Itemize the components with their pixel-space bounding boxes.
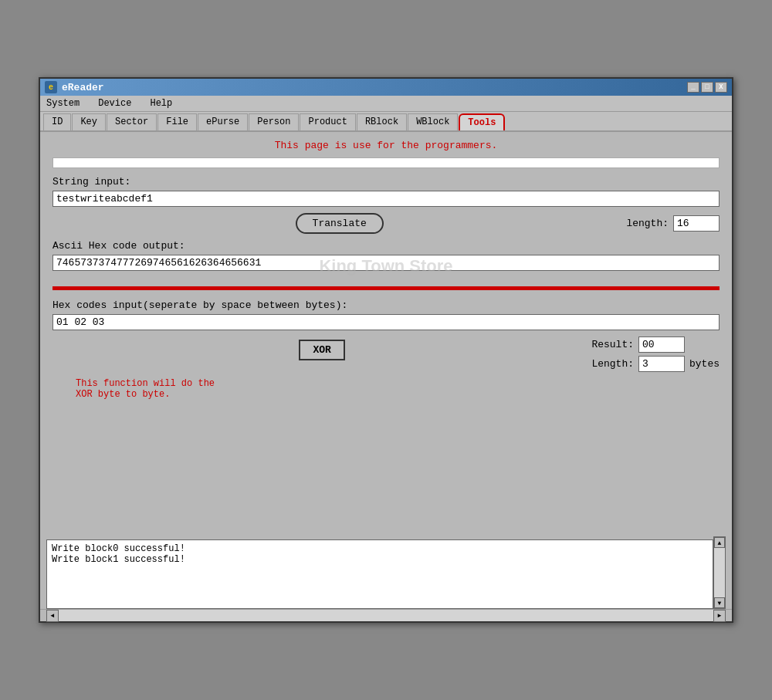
string-input-label: String input: bbox=[52, 176, 720, 188]
tab-epurse[interactable]: ePurse bbox=[198, 113, 248, 130]
title-bar-left: e eReader bbox=[45, 81, 104, 93]
length2-input[interactable] bbox=[638, 356, 685, 372]
tab-bar: ID Key Sector File ePurse Person Product… bbox=[40, 112, 732, 132]
red-divider bbox=[52, 286, 720, 290]
main-window: e eReader _ □ X System Device Help ID Ke… bbox=[39, 77, 733, 623]
log-line-0: Write block0 successful! bbox=[52, 543, 708, 554]
scroll-right-button[interactable]: ► bbox=[713, 610, 726, 622]
title-buttons: _ □ X bbox=[687, 82, 727, 93]
hex-input[interactable] bbox=[52, 314, 720, 330]
menu-device[interactable]: Device bbox=[95, 97, 134, 110]
result-row: Result: bbox=[591, 336, 720, 353]
translate-button[interactable]: Translate bbox=[296, 213, 384, 234]
result-input[interactable] bbox=[638, 336, 685, 353]
tab-person[interactable]: Person bbox=[249, 113, 299, 130]
tab-wblock[interactable]: WBlock bbox=[408, 113, 458, 130]
log-section: Write block0 successful! Write block1 su… bbox=[40, 533, 732, 609]
tab-sector[interactable]: Sector bbox=[107, 113, 157, 130]
ascii-output-label: Ascii Hex code output: bbox=[52, 240, 720, 252]
minimize-button[interactable]: _ bbox=[687, 82, 699, 93]
tab-rblock[interactable]: RBlock bbox=[357, 113, 407, 130]
xor-note: This function will do the XOR byte to by… bbox=[76, 378, 720, 400]
xor-note-line1: This function will do the bbox=[76, 378, 720, 389]
scroll-track-v bbox=[714, 548, 725, 597]
log-area[interactable]: Write block0 successful! Write block1 su… bbox=[46, 539, 713, 609]
window-title: eReader bbox=[62, 82, 104, 93]
xor-results: Result: Length: bytes bbox=[591, 336, 720, 372]
menu-system[interactable]: System bbox=[43, 97, 83, 110]
tab-key[interactable]: Key bbox=[72, 113, 106, 130]
hex-input-label: Hex codes input(seperate by space betwee… bbox=[52, 299, 720, 311]
log-wrapper: Write block0 successful! Write block1 su… bbox=[46, 536, 726, 609]
length-section: length: bbox=[626, 215, 720, 232]
xor-note-line2: XOR byte to byte. bbox=[76, 389, 720, 400]
length-label: length: bbox=[626, 218, 669, 229]
maximize-button[interactable]: □ bbox=[701, 82, 713, 93]
string-input[interactable] bbox=[52, 191, 720, 207]
tab-product[interactable]: Product bbox=[300, 113, 355, 130]
xor-button[interactable]: XOR bbox=[299, 340, 344, 360]
length2-row: Length: bytes bbox=[591, 356, 720, 372]
menu-bar: System Device Help bbox=[40, 96, 732, 112]
tab-tools[interactable]: Tools bbox=[459, 113, 505, 130]
info-text: This page is use for the programmers. bbox=[52, 140, 720, 151]
info-box bbox=[52, 157, 720, 168]
scroll-track-h bbox=[59, 610, 713, 621]
menu-help[interactable]: Help bbox=[147, 97, 175, 110]
scroll-left-button[interactable]: ◄ bbox=[46, 610, 59, 622]
scroll-down-button[interactable]: ▼ bbox=[714, 597, 725, 608]
bytes-label: bytes bbox=[689, 358, 720, 370]
log-scrollbar-vertical[interactable]: ▲ ▼ bbox=[713, 536, 726, 609]
main-content: This page is use for the programmers. St… bbox=[40, 132, 732, 533]
length2-label: Length: bbox=[591, 358, 634, 370]
tab-file[interactable]: File bbox=[157, 113, 197, 130]
length-input[interactable] bbox=[673, 215, 720, 232]
log-line-1: Write block1 successful! bbox=[52, 554, 708, 565]
result-label: Result: bbox=[591, 339, 634, 350]
close-button[interactable]: X bbox=[715, 82, 727, 93]
tab-id[interactable]: ID bbox=[43, 113, 71, 130]
title-bar: e eReader _ □ X bbox=[40, 79, 732, 96]
horizontal-scrollbar[interactable]: ◄ ► bbox=[40, 609, 732, 621]
scroll-up-button[interactable]: ▲ bbox=[714, 537, 725, 548]
app-icon: e bbox=[45, 81, 57, 93]
ascii-output-input[interactable] bbox=[52, 255, 720, 271]
